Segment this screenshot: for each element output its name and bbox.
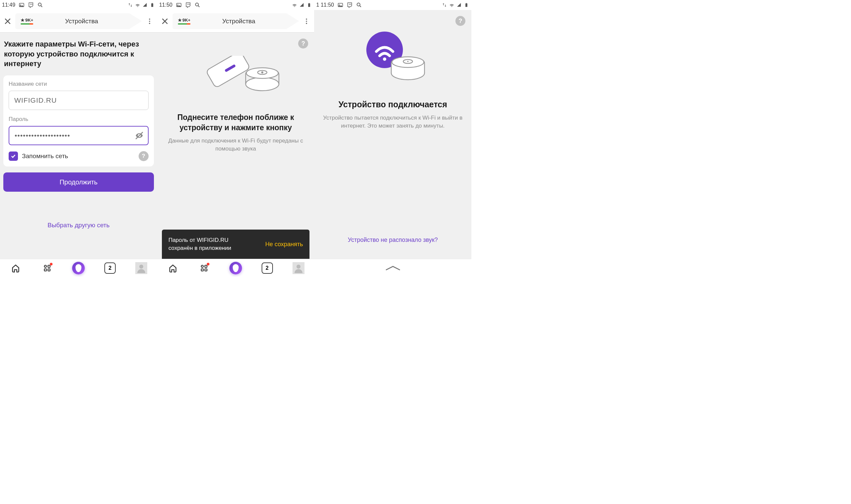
svg-rect-22	[188, 4, 188, 5]
close-button[interactable]	[160, 16, 170, 26]
image-icon	[19, 2, 24, 8]
toast-message: Пароль от WIFIGID.RU сохранён в приложен…	[169, 236, 231, 252]
svg-point-58	[407, 61, 409, 62]
svg-rect-17	[48, 269, 50, 271]
twitch-icon	[347, 2, 353, 8]
continue-button[interactable]: Продолжить	[3, 173, 154, 192]
instruction-heading: Поднесите телефон поближе к устройству и…	[161, 112, 311, 133]
nav-tabs[interactable]: 2	[103, 262, 117, 275]
remember-row: Запомнить сеть ?	[8, 151, 148, 161]
swap-icon	[441, 2, 447, 8]
nav-chevron-up-icon[interactable]	[379, 265, 406, 271]
svg-point-31	[306, 21, 307, 22]
network-label: Название сети	[8, 81, 148, 87]
svg-rect-52	[466, 3, 467, 3]
svg-rect-33	[206, 56, 250, 88]
connecting-subtext: Устройство пытается подключиться к Wi-Fi…	[317, 114, 468, 130]
wifi-icon	[291, 2, 298, 8]
help-icon[interactable]: ?	[298, 38, 308, 49]
battery-icon	[149, 2, 155, 8]
nav-home[interactable]	[9, 262, 22, 275]
svg-point-24	[195, 3, 198, 6]
wifi-form-card: Название сети Пароль Запомнить сеть ?	[3, 75, 154, 166]
svg-line-5	[41, 6, 42, 7]
bottom-nav	[314, 259, 472, 277]
rating-bar	[178, 23, 191, 24]
phone-speaker-illustration	[161, 56, 311, 102]
svg-rect-51	[465, 3, 467, 7]
status-time: 11:50	[159, 2, 173, 8]
bottom-nav: 2	[0, 259, 157, 277]
svg-point-1	[20, 4, 21, 5]
svg-rect-2	[31, 4, 31, 5]
tab-rating-badge: ★9K+	[21, 18, 33, 24]
nav-apps[interactable]	[40, 262, 54, 275]
nav-apps[interactable]	[197, 262, 211, 275]
browser-tab[interactable]: ★9K+ Устройства	[173, 13, 299, 29]
svg-rect-7	[152, 3, 153, 3]
svg-rect-42	[205, 269, 208, 271]
remember-label: Запомнить сеть	[22, 152, 135, 160]
eye-off-icon[interactable]	[135, 131, 144, 140]
screen-bring-phone: 11:50 ★9K+ Устройства ?	[157, 0, 315, 277]
nav-profile[interactable]	[135, 262, 148, 275]
svg-point-4	[38, 3, 41, 6]
close-button[interactable]	[3, 16, 13, 26]
status-bar: 11:49	[0, 0, 157, 10]
wifi-icon	[449, 2, 455, 8]
status-time: 1 11:50	[316, 2, 334, 8]
avatar	[135, 262, 147, 274]
svg-rect-23	[189, 4, 190, 5]
svg-point-11	[149, 21, 150, 22]
svg-rect-26	[308, 3, 310, 7]
content-area: ? Устройство подключается Устройство	[314, 10, 472, 277]
tab-rating-badge: ★9K+	[178, 18, 191, 24]
nav-tabs[interactable]: 2	[261, 262, 274, 275]
svg-point-10	[149, 18, 150, 20]
sound-not-recognized-link[interactable]: Устройство не распознало звук?	[314, 237, 472, 244]
svg-point-21	[178, 4, 178, 5]
status-bar: 1 11:50	[314, 0, 472, 10]
status-time: 11:49	[2, 2, 15, 8]
help-icon[interactable]: ?	[139, 151, 148, 161]
nav-yandex[interactable]	[72, 262, 85, 275]
rating-bar	[21, 23, 33, 24]
bottom-nav: 2	[157, 259, 315, 277]
signal-icon	[142, 2, 148, 8]
tab-menu-button[interactable]	[145, 16, 155, 26]
search-icon	[37, 2, 43, 8]
svg-line-25	[198, 6, 199, 7]
choose-other-network-link[interactable]: Выбрать другую сеть	[3, 221, 154, 229]
notification-dot	[207, 263, 209, 266]
remember-checkbox[interactable]	[8, 151, 18, 161]
network-input[interactable]	[8, 91, 148, 110]
svg-rect-15	[48, 265, 50, 267]
svg-rect-41	[201, 269, 204, 271]
svg-point-30	[306, 18, 307, 20]
image-icon	[337, 2, 343, 8]
wifi-icon	[135, 2, 141, 8]
search-icon	[356, 2, 362, 8]
nav-home[interactable]	[166, 262, 179, 275]
instruction-subtext: Данные для подключения к Wi-Fi будут пер…	[161, 137, 311, 153]
connecting-heading: Устройство подключается	[317, 100, 468, 109]
svg-rect-3	[32, 4, 32, 5]
svg-point-46	[339, 4, 340, 5]
browser-tab[interactable]: ★9K+ Устройства	[15, 13, 142, 29]
screen-connecting: 1 11:50 ?	[314, 0, 472, 277]
tab-menu-button[interactable]	[302, 16, 312, 26]
nav-yandex[interactable]	[229, 262, 242, 275]
svg-rect-6	[151, 3, 153, 7]
svg-point-12	[149, 23, 150, 24]
swap-icon	[127, 2, 133, 8]
toast-dont-save-button[interactable]: Не сохранять	[265, 241, 303, 248]
help-icon[interactable]: ?	[456, 16, 465, 26]
status-bar: 11:50	[157, 0, 315, 10]
svg-point-32	[306, 23, 307, 24]
password-input[interactable]	[8, 126, 148, 145]
battery-icon	[306, 2, 312, 8]
notification-dot	[50, 263, 53, 266]
nav-profile[interactable]	[292, 262, 305, 275]
svg-rect-47	[349, 4, 350, 5]
star-icon: ★	[178, 18, 182, 23]
